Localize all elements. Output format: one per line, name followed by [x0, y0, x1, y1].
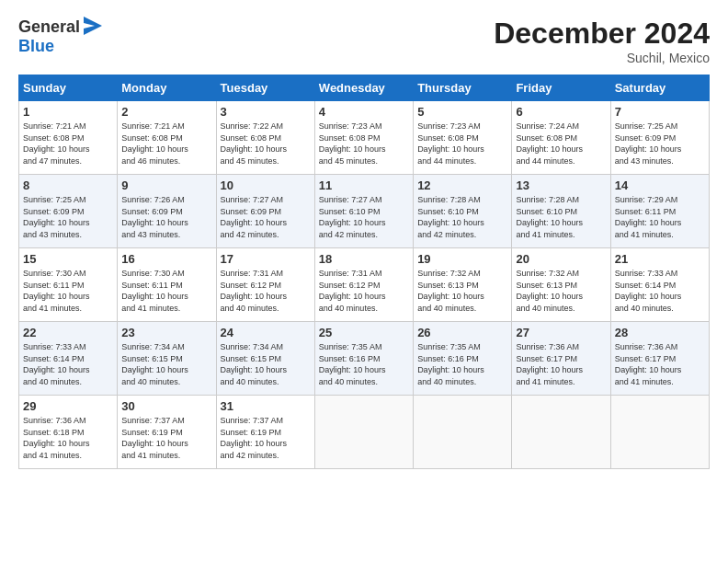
calendar: Sunday Monday Tuesday Wednesday Thursday… [18, 75, 710, 469]
day-info: Sunrise: 7:28 AM Sunset: 6:10 PM Dayligh… [516, 194, 606, 240]
day-number: 6 [516, 105, 606, 119]
table-row: 21Sunrise: 7:33 AM Sunset: 6:14 PM Dayli… [610, 248, 709, 322]
col-saturday: Saturday [610, 75, 709, 101]
table-row: 22Sunrise: 7:33 AM Sunset: 6:14 PM Dayli… [19, 322, 118, 396]
svg-marker-0 [84, 17, 102, 35]
day-info: Sunrise: 7:26 AM Sunset: 6:09 PM Dayligh… [121, 194, 211, 240]
table-row: 8Sunrise: 7:25 AM Sunset: 6:09 PM Daylig… [19, 175, 118, 248]
day-info: Sunrise: 7:21 AM Sunset: 6:08 PM Dayligh… [23, 121, 113, 167]
day-info: Sunrise: 7:30 AM Sunset: 6:11 PM Dayligh… [23, 268, 113, 314]
table-row: 25Sunrise: 7:35 AM Sunset: 6:16 PM Dayli… [314, 322, 413, 396]
calendar-header-row: Sunday Monday Tuesday Wednesday Thursday… [19, 75, 710, 101]
day-info: Sunrise: 7:27 AM Sunset: 6:10 PM Dayligh… [319, 194, 409, 240]
col-thursday: Thursday [414, 75, 512, 101]
day-info: Sunrise: 7:30 AM Sunset: 6:11 PM Dayligh… [121, 268, 211, 314]
day-number: 28 [615, 326, 705, 339]
col-friday: Friday [512, 75, 610, 101]
table-row: 7Sunrise: 7:25 AM Sunset: 6:09 PM Daylig… [610, 101, 709, 175]
table-row: 2Sunrise: 7:21 AM Sunset: 6:08 PM Daylig… [118, 101, 216, 175]
table-row: 10Sunrise: 7:27 AM Sunset: 6:09 PM Dayli… [216, 175, 314, 248]
day-info: Sunrise: 7:28 AM Sunset: 6:10 PM Dayligh… [417, 194, 507, 240]
table-row: 19Sunrise: 7:32 AM Sunset: 6:13 PM Dayli… [414, 248, 512, 322]
day-number: 22 [23, 326, 113, 339]
day-number: 14 [615, 178, 705, 192]
logo-blue-text: Blue [18, 37, 54, 56]
col-monday: Monday [118, 75, 216, 101]
day-number: 8 [23, 178, 113, 192]
table-row: 5Sunrise: 7:23 AM Sunset: 6:08 PM Daylig… [414, 101, 512, 175]
day-number: 11 [319, 178, 409, 192]
day-number: 18 [319, 252, 409, 266]
table-row [314, 396, 413, 469]
table-row: 6Sunrise: 7:24 AM Sunset: 6:08 PM Daylig… [512, 101, 610, 175]
day-info: Sunrise: 7:27 AM Sunset: 6:09 PM Dayligh… [221, 194, 311, 240]
col-wednesday: Wednesday [314, 75, 413, 101]
calendar-week-row: 22Sunrise: 7:33 AM Sunset: 6:14 PM Dayli… [19, 322, 710, 396]
main-title: December 2024 [494, 17, 710, 51]
table-row: 3Sunrise: 7:22 AM Sunset: 6:08 PM Daylig… [216, 101, 314, 175]
day-number: 7 [615, 105, 705, 119]
col-tuesday: Tuesday [216, 75, 314, 101]
table-row [414, 396, 512, 469]
table-row: 14Sunrise: 7:29 AM Sunset: 6:11 PM Dayli… [610, 175, 709, 248]
table-row: 11Sunrise: 7:27 AM Sunset: 6:10 PM Dayli… [314, 175, 413, 248]
day-info: Sunrise: 7:24 AM Sunset: 6:08 PM Dayligh… [516, 121, 606, 167]
day-number: 16 [121, 252, 211, 266]
day-info: Sunrise: 7:32 AM Sunset: 6:13 PM Dayligh… [516, 268, 606, 314]
day-info: Sunrise: 7:32 AM Sunset: 6:13 PM Dayligh… [417, 268, 507, 314]
col-sunday: Sunday [19, 75, 118, 101]
day-number: 9 [121, 178, 211, 192]
day-number: 3 [221, 105, 311, 119]
table-row: 28Sunrise: 7:36 AM Sunset: 6:17 PM Dayli… [610, 322, 709, 396]
table-row [512, 396, 610, 469]
day-info: Sunrise: 7:25 AM Sunset: 6:09 PM Dayligh… [23, 194, 113, 240]
table-row: 15Sunrise: 7:30 AM Sunset: 6:11 PM Dayli… [19, 248, 118, 322]
page: General Blue December 2024 Suchil, Mexic… [0, 0, 728, 563]
day-number: 19 [417, 252, 507, 266]
subtitle: Suchil, Mexico [494, 51, 710, 65]
day-number: 31 [221, 399, 311, 413]
day-info: Sunrise: 7:36 AM Sunset: 6:17 PM Dayligh… [516, 341, 606, 387]
day-number: 25 [319, 326, 409, 339]
day-info: Sunrise: 7:34 AM Sunset: 6:15 PM Dayligh… [121, 341, 211, 387]
day-info: Sunrise: 7:25 AM Sunset: 6:09 PM Dayligh… [615, 121, 705, 167]
table-row: 18Sunrise: 7:31 AM Sunset: 6:12 PM Dayli… [314, 248, 413, 322]
table-row: 31Sunrise: 7:37 AM Sunset: 6:19 PM Dayli… [216, 396, 314, 469]
table-row: 16Sunrise: 7:30 AM Sunset: 6:11 PM Dayli… [118, 248, 216, 322]
header: General Blue December 2024 Suchil, Mexic… [18, 17, 710, 65]
logo-general-text: General [18, 17, 80, 37]
calendar-week-row: 8Sunrise: 7:25 AM Sunset: 6:09 PM Daylig… [19, 175, 710, 248]
day-info: Sunrise: 7:36 AM Sunset: 6:17 PM Dayligh… [615, 341, 705, 387]
table-row [610, 396, 709, 469]
day-number: 12 [417, 178, 507, 192]
title-area: December 2024 Suchil, Mexico [494, 17, 710, 65]
day-info: Sunrise: 7:23 AM Sunset: 6:08 PM Dayligh… [417, 121, 507, 167]
table-row: 23Sunrise: 7:34 AM Sunset: 6:15 PM Dayli… [118, 322, 216, 396]
day-number: 13 [516, 178, 606, 192]
day-info: Sunrise: 7:31 AM Sunset: 6:12 PM Dayligh… [319, 268, 409, 314]
day-number: 26 [417, 326, 507, 339]
table-row: 24Sunrise: 7:34 AM Sunset: 6:15 PM Dayli… [216, 322, 314, 396]
table-row: 20Sunrise: 7:32 AM Sunset: 6:13 PM Dayli… [512, 248, 610, 322]
table-row: 12Sunrise: 7:28 AM Sunset: 6:10 PM Dayli… [414, 175, 512, 248]
day-number: 5 [417, 105, 507, 119]
day-info: Sunrise: 7:23 AM Sunset: 6:08 PM Dayligh… [319, 121, 409, 167]
day-info: Sunrise: 7:35 AM Sunset: 6:16 PM Dayligh… [417, 341, 507, 387]
day-number: 27 [516, 326, 606, 339]
day-info: Sunrise: 7:33 AM Sunset: 6:14 PM Dayligh… [23, 341, 113, 387]
table-row: 30Sunrise: 7:37 AM Sunset: 6:19 PM Dayli… [118, 396, 216, 469]
day-info: Sunrise: 7:33 AM Sunset: 6:14 PM Dayligh… [615, 268, 705, 314]
day-number: 2 [121, 105, 211, 119]
day-info: Sunrise: 7:35 AM Sunset: 6:16 PM Dayligh… [319, 341, 409, 387]
table-row: 17Sunrise: 7:31 AM Sunset: 6:12 PM Dayli… [216, 248, 314, 322]
day-number: 20 [516, 252, 606, 266]
day-info: Sunrise: 7:22 AM Sunset: 6:08 PM Dayligh… [221, 121, 311, 167]
day-info: Sunrise: 7:34 AM Sunset: 6:15 PM Dayligh… [221, 341, 311, 387]
table-row: 9Sunrise: 7:26 AM Sunset: 6:09 PM Daylig… [118, 175, 216, 248]
day-number: 1 [23, 105, 113, 119]
day-info: Sunrise: 7:37 AM Sunset: 6:19 PM Dayligh… [121, 415, 211, 461]
table-row: 26Sunrise: 7:35 AM Sunset: 6:16 PM Dayli… [414, 322, 512, 396]
day-info: Sunrise: 7:31 AM Sunset: 6:12 PM Dayligh… [221, 268, 311, 314]
day-number: 15 [23, 252, 113, 266]
table-row: 27Sunrise: 7:36 AM Sunset: 6:17 PM Dayli… [512, 322, 610, 396]
